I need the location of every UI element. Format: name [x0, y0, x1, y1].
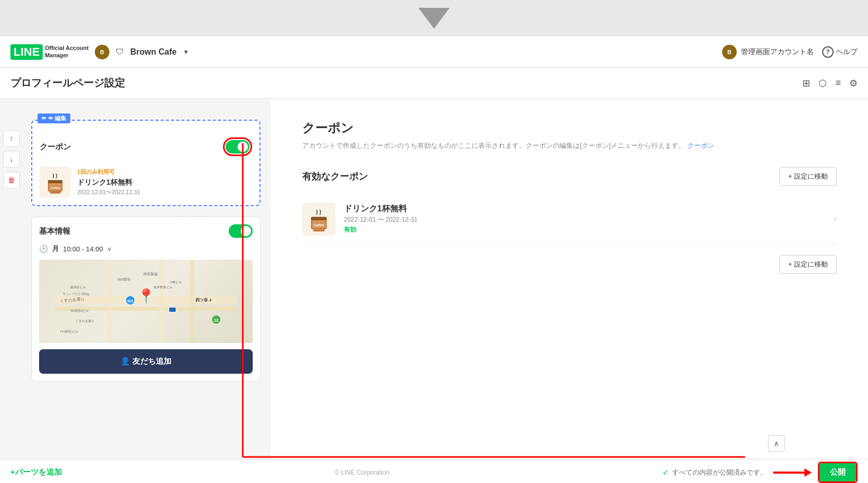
- svg-rect-8: [190, 260, 194, 343]
- down-arrow-icon: [418, 8, 450, 29]
- publish-btn-outline: 公開: [818, 462, 858, 483]
- coupon-section-desc: アカウントで作成したクーポンのうち有効なものがここに表示されます。クーポンの編集…: [302, 141, 837, 151]
- hours-dropdown-icon[interactable]: ∨: [107, 246, 111, 252]
- add-friend-button[interactable]: 👤 友だち追加: [39, 349, 253, 374]
- svg-text:Coffee: Coffee: [51, 186, 60, 189]
- red-arrow-indicator: [773, 468, 812, 477]
- header-right: B 管理画面アカウント名 ? ヘルプ: [722, 45, 858, 59]
- account-dropdown-icon[interactable]: ▼: [183, 48, 189, 56]
- basic-info-toggle-slider: [229, 224, 253, 238]
- map-background: くすのき通り サンパウロ Bldg. Vort四谷 新四谷ビル 持田製薬 植半野…: [39, 260, 253, 343]
- move-up-button[interactable]: ↑: [3, 130, 20, 147]
- coupon-link[interactable]: クーポン: [687, 142, 714, 149]
- svg-text:持田製薬: 持田製薬: [143, 272, 158, 276]
- add-parts-button[interactable]: +パーツを追加: [10, 467, 62, 477]
- svg-text:四ツ谷 J: 四ツ谷 J: [195, 298, 212, 302]
- line-logo-green: LINE: [10, 44, 43, 60]
- valid-coupons-title: 有効なクーポン: [302, 170, 368, 183]
- scroll-top-button[interactable]: ∧: [768, 435, 785, 452]
- basic-info-card: 基本情報 🕐 月 10:00 - 14:00 ∨: [31, 217, 261, 382]
- coupon-info: 1回のみ利用可 ドリンク1杯無料 2022.12.01〜2022.12.31: [77, 168, 252, 196]
- question-icon: ?: [822, 46, 834, 58]
- edit-label: ✏ 編集: [48, 115, 66, 122]
- grid-icon[interactable]: ⊞: [802, 78, 810, 89]
- basic-info-header: 基本情報: [39, 224, 253, 238]
- basic-info-title: 基本情報: [39, 226, 70, 236]
- admin-account-name: 管理画面アカウント名: [741, 47, 814, 57]
- coupon-tag: 1回のみ利用可: [77, 168, 252, 176]
- footer: +パーツを追加 © LINE Corporation ✓ すべての内容が公開済み…: [0, 459, 868, 483]
- hours-row: 🕐 月 10:00 - 14:00 ∨: [39, 244, 253, 253]
- coupon-row-name: ドリンク1杯無料: [344, 204, 825, 214]
- help-label: ヘルプ: [836, 47, 858, 57]
- page-header: プロフィールページ設定 ⊞ ⬡ ≡ ⚙: [0, 68, 868, 99]
- svg-text:小峰ビル: 小峰ビル: [169, 281, 182, 284]
- svg-text:20: 20: [214, 319, 218, 322]
- svg-text:Vort四谷: Vort四谷: [117, 277, 131, 281]
- delete-button[interactable]: 🗑: [3, 172, 20, 188]
- svg-text:くすのき通り: くすのき通り: [76, 320, 94, 323]
- toggle-red-outline: [223, 137, 252, 156]
- check-icon: ✓: [662, 467, 669, 477]
- main-content: ↑ ↓ 🗑 ✏ ✏ 編集 クーポン: [0, 99, 868, 459]
- edit-badge[interactable]: ✏ ✏ 編集: [38, 113, 70, 123]
- coupon-section-title: クーポン: [302, 120, 837, 136]
- coupon-date: 2022.12.01〜2022.12.31: [77, 188, 252, 196]
- coupon-card: ✏ ✏ 編集 クーポン: [31, 120, 261, 206]
- publish-status: ✓ すべての内容が公開済みです。: [662, 467, 767, 477]
- red-arrow-line: [773, 472, 804, 474]
- coffee-cup-icon: Coffee: [43, 170, 68, 195]
- settings-icon[interactable]: ⚙: [849, 78, 858, 89]
- red-arrow-head: [804, 468, 812, 477]
- basic-info-toggle[interactable]: [229, 224, 253, 238]
- coupon-toggle[interactable]: [226, 140, 250, 154]
- menu-icon[interactable]: ≡: [835, 78, 841, 88]
- top-arrow-area: [0, 0, 868, 36]
- svg-rect-6: [107, 260, 112, 343]
- line-logo-text: Official AccountManager: [45, 45, 89, 58]
- footer-right: ✓ すべての内容が公開済みです。 公開: [662, 462, 858, 483]
- edit-icon: ✏: [42, 115, 46, 122]
- coupon-card-header: クーポン: [32, 130, 259, 161]
- page-title: プロフィールページ設定: [10, 76, 125, 90]
- svg-text:Coffee: Coffee: [314, 223, 325, 227]
- admin-avatar: B: [722, 45, 737, 59]
- coupon-row-image: Coffee: [302, 202, 336, 236]
- content-area: ✏ ✏ 編集 クーポン: [31, 120, 261, 382]
- right-panel: クーポン アカウントで作成したクーポンのうち有効なものがここに表示されます。クー…: [271, 99, 868, 459]
- help-button[interactable]: ? ヘルプ: [822, 46, 858, 58]
- settings-move-button-2[interactable]: + 設定に移動: [779, 255, 837, 274]
- coupon-name: ドリンク1杯無料: [77, 178, 252, 187]
- hours-day: 月: [52, 244, 59, 253]
- coupon-row[interactable]: Coffee ドリンク1杯無料 2022-12-01 〜 2022-12-31 …: [302, 194, 837, 245]
- svg-text:405: 405: [127, 299, 133, 303]
- svg-rect-7: [159, 260, 164, 343]
- move-down-button[interactable]: ↓: [3, 151, 20, 168]
- header-left: LINE Official AccountManager B 🛡 Brown C…: [10, 44, 189, 60]
- shield-icon: 🛡: [116, 47, 124, 57]
- coupon-row-date: 2022-12-01 〜 2022-12-31: [344, 215, 825, 224]
- svg-text:サンパウロ Bldg.: サンパウロ Bldg.: [63, 292, 90, 296]
- coupon-image: Coffee: [40, 167, 71, 198]
- coupon-card-title: クーポン: [40, 142, 71, 152]
- panel-controls: ↑ ↓ 🗑: [0, 125, 23, 194]
- publish-button[interactable]: 公開: [820, 463, 856, 481]
- header: LINE Official AccountManager B 🛡 Brown C…: [0, 36, 868, 68]
- coupon-row-coffee-icon: Coffee: [305, 206, 332, 233]
- coupon-item: Coffee 1回のみ利用可 ドリンク1杯無料 2022.12.01〜2022.…: [32, 161, 259, 205]
- page-tools: ⊞ ⬡ ≡ ⚙: [802, 78, 858, 89]
- left-panel: ↑ ↓ 🗑 ✏ ✏ 編集 クーポン: [0, 99, 271, 459]
- coupon-row-status: 有効: [344, 225, 825, 234]
- settings-move-button-1[interactable]: + 設定に移動: [779, 167, 837, 186]
- svg-text:TTS四谷ビル: TTS四谷ビル: [60, 330, 78, 333]
- svg-text:SK四谷2ビル: SK四谷2ビル: [70, 309, 89, 312]
- hours-time: 10:00 - 14:00: [63, 245, 103, 253]
- svg-rect-1: [48, 180, 63, 183]
- clock-icon: 🕐: [39, 245, 48, 253]
- line-logo: LINE Official AccountManager: [10, 44, 89, 60]
- publish-status-text: すべての内容が公開済みです。: [672, 468, 767, 477]
- coupon-row-chevron-icon: ›: [834, 213, 837, 224]
- svg-text:植半野原ビル: 植半野原ビル: [154, 286, 172, 289]
- footer-copyright: © LINE Corporation: [334, 469, 389, 476]
- share-icon[interactable]: ⬡: [819, 78, 827, 89]
